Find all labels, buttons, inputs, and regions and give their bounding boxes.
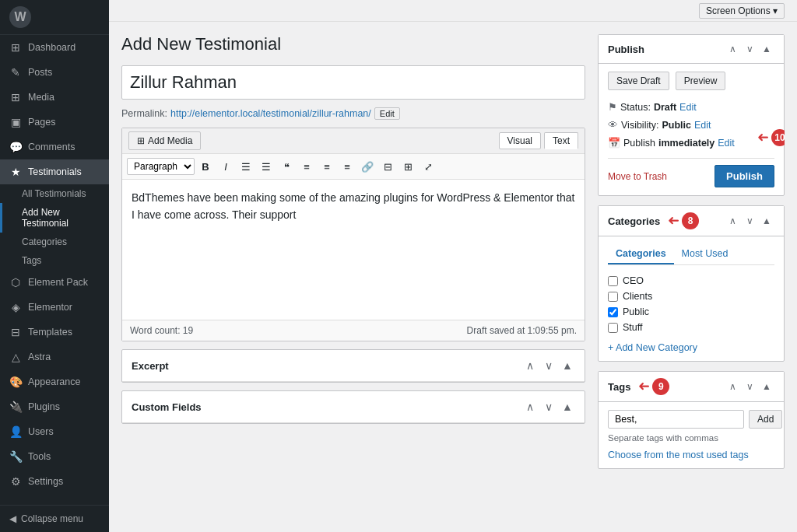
tags-ctrl-up[interactable]: ∧: [725, 379, 740, 394]
choose-most-used-tags-link[interactable]: Choose from the most used tags: [608, 450, 749, 460]
preview-button[interactable]: Preview: [676, 72, 726, 90]
align-right-button[interactable]: ≡: [338, 157, 356, 176]
align-center-button[interactable]: ≡: [318, 157, 336, 176]
category-ceo-checkbox[interactable]: [608, 276, 618, 286]
categories-ctrl-toggle[interactable]: ▲: [759, 213, 774, 229]
tab-text[interactable]: Text: [544, 132, 578, 149]
schedule-icon: 📅: [608, 137, 620, 149]
sidebar-item-pages[interactable]: ▣ Pages: [0, 110, 109, 135]
sidebar-item-templates[interactable]: ⊟ Templates: [0, 320, 109, 345]
permalink-link[interactable]: http://elementor.local/testimonial/zillu…: [170, 108, 371, 119]
category-public-checkbox[interactable]: [608, 307, 618, 317]
sidebar-item-appearance[interactable]: 🎨 Appearance: [0, 369, 109, 394]
category-clients-checkbox[interactable]: [608, 292, 618, 302]
tags-box-body: Add Separate tags with commas Choose fro…: [599, 402, 784, 468]
screen-options-button[interactable]: Screen Options ▾: [699, 3, 785, 19]
custom-fields-title: Custom Fields: [132, 401, 202, 413]
sidebar-sub-add-new-testimonial[interactable]: Add New Testimonial: [0, 203, 109, 233]
sidebar-item-tools[interactable]: 🔧 Tools: [0, 444, 109, 469]
insert-more-button[interactable]: ⊞: [398, 157, 417, 176]
custom-fields-controls: ∧ ∨ ▲: [522, 399, 575, 415]
appearance-icon: 🎨: [9, 376, 22, 388]
pages-icon: ▣: [9, 116, 22, 128]
sidebar-item-comments[interactable]: 💬 Comments: [0, 135, 109, 159]
excerpt-collapse-down[interactable]: ∨: [541, 358, 556, 373]
link-button[interactable]: 🔗: [358, 157, 377, 176]
fullscreen-button[interactable]: ⤢: [419, 157, 437, 176]
publish-ctrl-down[interactable]: ∨: [742, 41, 757, 57]
visibility-edit-link[interactable]: Edit: [694, 120, 711, 131]
custom-fields-collapse-down[interactable]: ∨: [541, 399, 556, 415]
tags-input-row: Add: [608, 410, 774, 429]
publish-ctrl-up[interactable]: ∧: [725, 41, 740, 57]
publish-box: Publish ∧ ∨ ▲ Save Draft Preview ⚑ Statu…: [598, 34, 785, 196]
categories-box-body: Categories Most Used CEO Clients: [599, 236, 784, 361]
tags-ctrl-toggle[interactable]: ▲: [759, 379, 774, 394]
excerpt-expand[interactable]: ▲: [560, 358, 575, 373]
unlink-button[interactable]: ⊟: [378, 157, 397, 176]
paragraph-select[interactable]: Paragraph: [127, 158, 195, 175]
excerpt-collapse-up[interactable]: ∧: [522, 358, 538, 373]
status-edit-link[interactable]: Edit: [679, 102, 697, 113]
collapse-menu-button[interactable]: ◀ Collapse menu: [0, 505, 109, 532]
element-pack-icon: ⬡: [9, 276, 22, 289]
align-left-button[interactable]: ≡: [297, 157, 316, 176]
main-wrap: Screen Options ▾ Add New Testimonial Per…: [109, 0, 797, 532]
category-ceo-label: CEO: [623, 275, 644, 286]
sidebar-item-posts[interactable]: ✎ Posts: [0, 60, 109, 85]
tags-ctrl-down[interactable]: ∨: [742, 379, 757, 394]
add-new-category-link[interactable]: + Add New Category: [608, 342, 697, 353]
tab-categories[interactable]: Categories: [608, 244, 674, 264]
categories-ctrl-down[interactable]: ∨: [742, 213, 757, 229]
custom-fields-header[interactable]: Custom Fields ∧ ∨ ▲: [122, 391, 585, 423]
custom-fields-collapse-up[interactable]: ∧: [522, 399, 538, 415]
permalink-edit-button[interactable]: Edit: [374, 107, 400, 120]
blockquote-button[interactable]: ❝: [277, 157, 296, 176]
tags-input[interactable]: [608, 410, 744, 429]
publish-ctrl-toggle[interactable]: ▲: [759, 41, 774, 57]
sidebar-item-media[interactable]: ⊞ Media: [0, 85, 109, 110]
sidebar-sub-categories[interactable]: Categories: [0, 233, 109, 251]
post-title-input[interactable]: [121, 65, 585, 100]
sidebar-item-label: Comments: [28, 142, 75, 152]
templates-icon: ⊟: [9, 326, 22, 338]
permalink-bar: Permalink: http://elementor.local/testim…: [121, 107, 585, 120]
plugins-icon: 🔌: [9, 401, 22, 413]
badge-9: 9: [652, 378, 669, 395]
sidebar-sub-all-testimonials[interactable]: All Testimonials: [0, 184, 109, 203]
category-tabs: Categories Most Used: [608, 244, 774, 265]
tab-visual[interactable]: Visual: [499, 132, 541, 149]
tab-most-used[interactable]: Most Used: [674, 244, 736, 264]
schedule-edit-link[interactable]: Edit: [718, 138, 735, 149]
editor-body[interactable]: BdThemes have been making some of the am…: [122, 180, 585, 320]
bold-button[interactable]: B: [196, 157, 215, 176]
sidebar-item-testimonials[interactable]: ★ Testimonials: [0, 159, 109, 184]
excerpt-header[interactable]: Excerpt ∧ ∨ ▲: [122, 350, 585, 382]
publish-label: Publish: [623, 138, 655, 149]
sidebar-item-label: Posts: [28, 67, 52, 78]
sidebar-item-astra[interactable]: △ Astra: [0, 345, 109, 369]
add-tag-button[interactable]: Add: [749, 410, 782, 429]
add-media-button[interactable]: ⊞ Add Media: [128, 131, 201, 150]
sidebar-sub-tags[interactable]: Tags: [0, 251, 109, 270]
categories-ctrl-up[interactable]: ∧: [725, 213, 740, 229]
italic-button[interactable]: I: [216, 157, 235, 176]
tags-hint: Separate tags with commas: [608, 433, 774, 443]
sidebar-item-settings[interactable]: ⚙ Settings: [0, 469, 109, 494]
publish-button[interactable]: Publish: [714, 165, 774, 187]
custom-fields-expand[interactable]: ▲: [560, 399, 575, 415]
sidebar-item-users[interactable]: 👤 Users: [0, 419, 109, 444]
move-to-trash-button[interactable]: Move to Trash: [608, 171, 667, 182]
ordered-list-button[interactable]: ☰: [257, 157, 276, 176]
sidebar-item-dashboard[interactable]: ⊞ Dashboard: [0, 35, 109, 60]
content-area: Add New Testimonial Permalink: http://el…: [109, 22, 797, 532]
category-stuff-checkbox[interactable]: [608, 323, 618, 333]
collapse-label: Collapse menu: [21, 513, 83, 524]
sidebar-item-elementor[interactable]: ◈ Elementor: [0, 295, 109, 320]
category-public-label: Public: [623, 306, 649, 317]
custom-fields-box: Custom Fields ∧ ∨ ▲: [121, 390, 585, 424]
sidebar-item-element-pack[interactable]: ⬡ Element Pack: [0, 270, 109, 295]
sidebar-item-plugins[interactable]: 🔌 Plugins: [0, 394, 109, 419]
unordered-list-button[interactable]: ☰: [237, 157, 255, 176]
save-draft-button[interactable]: Save Draft: [608, 72, 669, 90]
